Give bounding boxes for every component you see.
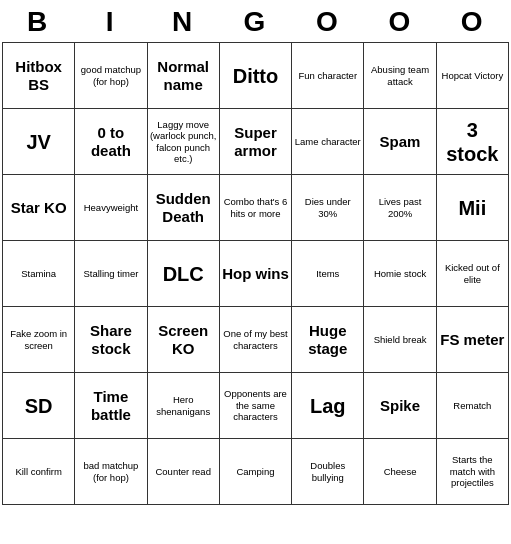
list-item[interactable]: Items: [292, 241, 364, 307]
list-item[interactable]: Ditto: [219, 43, 291, 109]
list-item[interactable]: Dies under 30%: [292, 175, 364, 241]
list-item[interactable]: Lag: [292, 373, 364, 439]
list-item[interactable]: Cheese: [364, 439, 436, 505]
list-item[interactable]: Kicked out of elite: [436, 241, 508, 307]
list-item[interactable]: Normal name: [147, 43, 219, 109]
list-item[interactable]: Homie stock: [364, 241, 436, 307]
list-item[interactable]: Stamina: [3, 241, 75, 307]
list-item[interactable]: Super armor: [219, 109, 291, 175]
table-row: Star KOHeavyweightSudden DeathCombo that…: [3, 175, 509, 241]
header-o1: O: [294, 6, 362, 38]
table-row: Fake zoom in screenShare stockScreen KOO…: [3, 307, 509, 373]
list-item[interactable]: Spam: [364, 109, 436, 175]
header-n: N: [149, 6, 217, 38]
list-item[interactable]: 3 stock: [436, 109, 508, 175]
list-item[interactable]: Hopcat Victory: [436, 43, 508, 109]
list-item[interactable]: Hitbox BS: [3, 43, 75, 109]
table-row: SDTime battleHero shenanigansOpponents a…: [3, 373, 509, 439]
list-item[interactable]: Fun character: [292, 43, 364, 109]
list-item[interactable]: Lame character: [292, 109, 364, 175]
header-g: G: [221, 6, 289, 38]
list-item[interactable]: bad matchup (for hop): [75, 439, 147, 505]
list-item[interactable]: Stalling timer: [75, 241, 147, 307]
list-item[interactable]: Share stock: [75, 307, 147, 373]
list-item[interactable]: Star KO: [3, 175, 75, 241]
list-item[interactable]: Screen KO: [147, 307, 219, 373]
list-item[interactable]: Fake zoom in screen: [3, 307, 75, 373]
bingo-header: B I N G O O O: [0, 0, 511, 42]
list-item[interactable]: Laggy move (warlock punch, falcon punch …: [147, 109, 219, 175]
list-item[interactable]: Huge stage: [292, 307, 364, 373]
list-item[interactable]: Lives past 200%: [364, 175, 436, 241]
list-item[interactable]: Shield break: [364, 307, 436, 373]
header-o3: O: [439, 6, 507, 38]
list-item[interactable]: One of my best characters: [219, 307, 291, 373]
list-item[interactable]: Doubles bullying: [292, 439, 364, 505]
list-item[interactable]: good matchup (for hop): [75, 43, 147, 109]
table-row: Kill confirmbad matchup (for hop)Counter…: [3, 439, 509, 505]
list-item[interactable]: JV: [3, 109, 75, 175]
table-row: JV0 to deathLaggy move (warlock punch, f…: [3, 109, 509, 175]
list-item[interactable]: Kill confirm: [3, 439, 75, 505]
header-b: B: [4, 6, 72, 38]
list-item[interactable]: Heavyweight: [75, 175, 147, 241]
list-item[interactable]: Camping: [219, 439, 291, 505]
list-item[interactable]: Abusing team attack: [364, 43, 436, 109]
list-item[interactable]: DLC: [147, 241, 219, 307]
list-item[interactable]: FS meter: [436, 307, 508, 373]
list-item[interactable]: Mii: [436, 175, 508, 241]
list-item[interactable]: Opponents are the same characters: [219, 373, 291, 439]
list-item[interactable]: Hero shenanigans: [147, 373, 219, 439]
list-item[interactable]: Counter read: [147, 439, 219, 505]
table-row: StaminaStalling timerDLCHop winsItemsHom…: [3, 241, 509, 307]
list-item[interactable]: Combo that's 6 hits or more: [219, 175, 291, 241]
header-o2: O: [366, 6, 434, 38]
list-item[interactable]: Spike: [364, 373, 436, 439]
list-item[interactable]: Hop wins: [219, 241, 291, 307]
list-item[interactable]: 0 to death: [75, 109, 147, 175]
list-item[interactable]: Rematch: [436, 373, 508, 439]
table-row: Hitbox BSgood matchup (for hop)Normal na…: [3, 43, 509, 109]
list-item[interactable]: Starts the match with projectiles: [436, 439, 508, 505]
list-item[interactable]: SD: [3, 373, 75, 439]
header-i: I: [77, 6, 145, 38]
list-item[interactable]: Sudden Death: [147, 175, 219, 241]
bingo-grid: Hitbox BSgood matchup (for hop)Normal na…: [2, 42, 509, 505]
list-item[interactable]: Time battle: [75, 373, 147, 439]
